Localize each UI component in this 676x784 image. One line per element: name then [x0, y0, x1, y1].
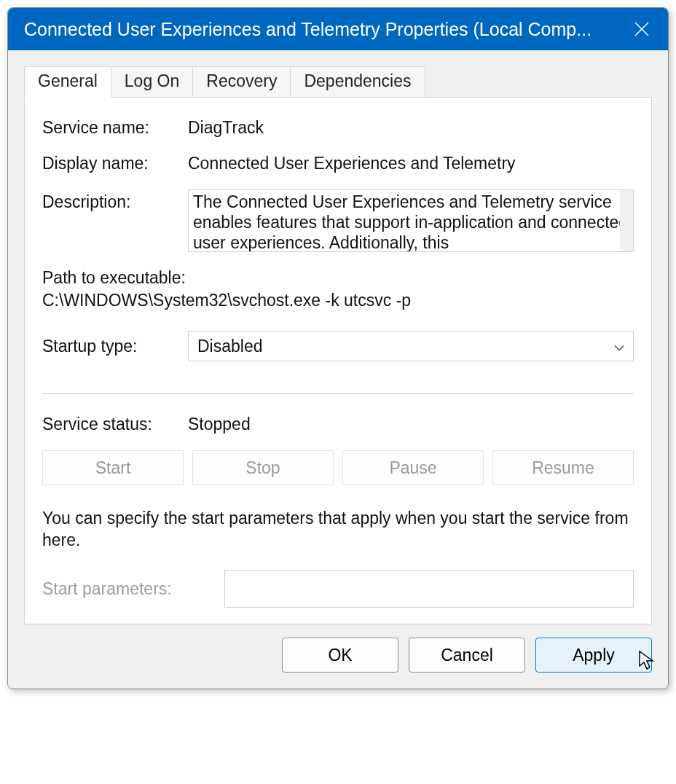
tab-log-on[interactable]: Log On — [111, 66, 193, 98]
tabstrip: General Log On Recovery Dependencies — [8, 50, 668, 98]
close-icon — [634, 21, 650, 37]
mouse-cursor-icon — [638, 650, 656, 670]
path-label: Path to executable: — [42, 268, 634, 288]
startup-type-dropdown[interactable]: Disabled — [188, 331, 634, 361]
service-status-label: Service status: — [42, 415, 188, 434]
pause-button[interactable]: Pause — [342, 450, 484, 485]
tab-recovery[interactable]: Recovery — [192, 66, 291, 98]
chevron-down-icon — [614, 337, 624, 356]
properties-dialog: Connected User Experiences and Telemetry… — [7, 7, 669, 689]
separator — [42, 393, 634, 394]
tab-dependencies[interactable]: Dependencies — [290, 66, 425, 98]
window-title: Connected User Experiences and Telemetry… — [24, 19, 616, 40]
ok-button[interactable]: OK — [282, 638, 398, 673]
service-status-value: Stopped — [188, 415, 634, 434]
close-button[interactable] — [616, 8, 668, 50]
client-area: General Log On Recovery Dependencies Ser… — [8, 50, 668, 689]
stop-button[interactable]: Stop — [192, 450, 334, 485]
description-scrollbar[interactable] — [620, 190, 633, 251]
start-parameters-note: You can specify the start parameters tha… — [42, 507, 634, 551]
start-parameters-label: Start parameters: — [42, 579, 224, 599]
apply-button[interactable]: Apply — [535, 638, 652, 673]
startup-type-value: Disabled — [197, 337, 263, 356]
dialog-button-row: OK Cancel Apply — [8, 638, 668, 689]
service-name-value: DiagTrack — [188, 118, 634, 138]
cancel-button[interactable]: Cancel — [409, 638, 525, 673]
display-name-value: Connected User Experiences and Telemetry — [188, 154, 634, 173]
description-label: Description: — [42, 189, 188, 212]
apply-button-label: Apply — [573, 646, 615, 665]
path-value: C:\WINDOWS\System32\svchost.exe -k utcsv… — [42, 291, 634, 310]
start-parameters-input[interactable] — [224, 570, 634, 608]
tab-general[interactable]: General — [24, 66, 111, 98]
resume-button[interactable]: Resume — [492, 450, 634, 485]
display-name-label: Display name: — [42, 154, 188, 173]
description-textbox[interactable]: The Connected User Experiences and Telem… — [188, 189, 634, 252]
description-text: The Connected User Experiences and Telem… — [193, 192, 628, 252]
start-button[interactable]: Start — [42, 450, 184, 485]
tab-page-general: Service name: DiagTrack Display name: Co… — [24, 97, 652, 624]
startup-type-label: Startup type: — [42, 337, 188, 356]
service-name-label: Service name: — [42, 118, 188, 138]
titlebar: Connected User Experiences and Telemetry… — [8, 8, 668, 50]
